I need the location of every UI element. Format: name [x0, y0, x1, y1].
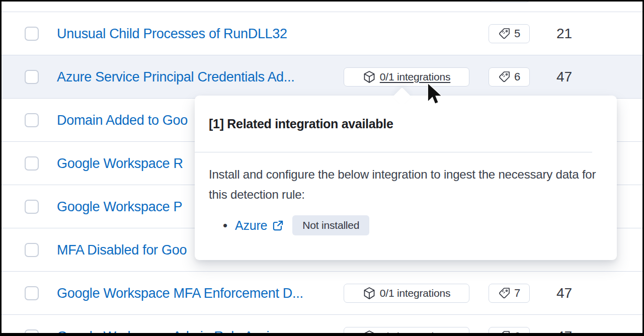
- table-row: Azure Service Principal Credentials Ad..…: [2, 55, 642, 98]
- table-row: [2, 2, 642, 12]
- integration-link[interactable]: Azure: [235, 215, 284, 235]
- tag-icon: [498, 28, 510, 40]
- table-row: Unusual Child Processes of RunDLL32 5 21: [2, 12, 642, 55]
- tag-icon: [498, 330, 510, 333]
- rule-checkbox[interactable]: [25, 200, 39, 214]
- popover-description: Install and configure the below integrat…: [209, 164, 596, 205]
- rule-checkbox[interactable]: [25, 329, 39, 333]
- table-row: Google Workspace Admin Role Assign... 0/…: [2, 314, 642, 333]
- rule-count: 47: [556, 285, 572, 301]
- rule-checkbox[interactable]: [25, 156, 39, 171]
- rule-name-link[interactable]: MFA Disabled for Goo: [57, 242, 187, 258]
- rule-name-link[interactable]: Google Workspace P: [57, 199, 182, 214]
- integrations-label: 0/1 integrations: [380, 330, 450, 333]
- integrations-badge[interactable]: 0/1 integrations: [344, 284, 469, 303]
- rule-count: 47: [556, 328, 572, 333]
- integrations-badge[interactable]: 0/1 integrations: [344, 327, 469, 333]
- rule-name-link[interactable]: Google Workspace Admin Role Assign...: [57, 328, 295, 333]
- status-badge: Not installed: [292, 215, 369, 235]
- tag-icon: [498, 71, 510, 83]
- package-icon: [363, 70, 376, 83]
- integrations-label: 0/1 integrations: [380, 287, 450, 299]
- tag-count: 5: [514, 27, 520, 40]
- integration-link-label: Azure: [235, 215, 267, 235]
- tag-count: 7: [514, 287, 520, 300]
- tag-count: 6: [514, 70, 520, 83]
- tag-count: 6: [514, 330, 520, 333]
- package-icon: [363, 330, 376, 333]
- rule-count: 47: [556, 69, 572, 85]
- rule-name-link[interactable]: Google Workspace R: [57, 155, 183, 171]
- rule-name-link[interactable]: Unusual Child Processes of RunDLL32: [57, 26, 287, 41]
- package-icon: [363, 287, 376, 300]
- integrations-label: 0/1 integrations: [380, 71, 450, 83]
- integrations-badge[interactable]: 0/1 integrations: [344, 67, 469, 87]
- tags-badge[interactable]: 5: [489, 24, 530, 43]
- tags-badge[interactable]: 6: [489, 327, 530, 333]
- bullet-dot: •: [223, 215, 235, 235]
- related-integrations-popover: [1] Related integration available Instal…: [195, 96, 617, 260]
- tags-badge[interactable]: 6: [489, 67, 530, 87]
- rule-name-link[interactable]: Domain Added to Goo: [57, 112, 188, 128]
- rule-checkbox[interactable]: [25, 70, 39, 84]
- popover-body: Install and configure the below integrat…: [195, 152, 617, 235]
- tags-badge[interactable]: 7: [489, 284, 530, 303]
- rule-count: 21: [556, 26, 572, 42]
- rule-name-link[interactable]: Azure Service Principal Credentials Ad..…: [57, 69, 294, 85]
- tags-badge[interactable]: [489, 2, 530, 3]
- rule-checkbox[interactable]: [25, 113, 39, 127]
- table-row: Google Workspace MFA Enforcement D... 0/…: [2, 271, 642, 314]
- external-link-icon: [272, 220, 284, 231]
- rule-name-link[interactable]: Google Workspace MFA Enforcement D...: [57, 285, 303, 301]
- integration-list-item: • Azure Not installed: [223, 215, 603, 235]
- rule-checkbox[interactable]: [25, 27, 39, 41]
- rule-checkbox[interactable]: [25, 243, 39, 257]
- tag-icon: [498, 287, 510, 299]
- rule-checkbox[interactable]: [25, 286, 39, 300]
